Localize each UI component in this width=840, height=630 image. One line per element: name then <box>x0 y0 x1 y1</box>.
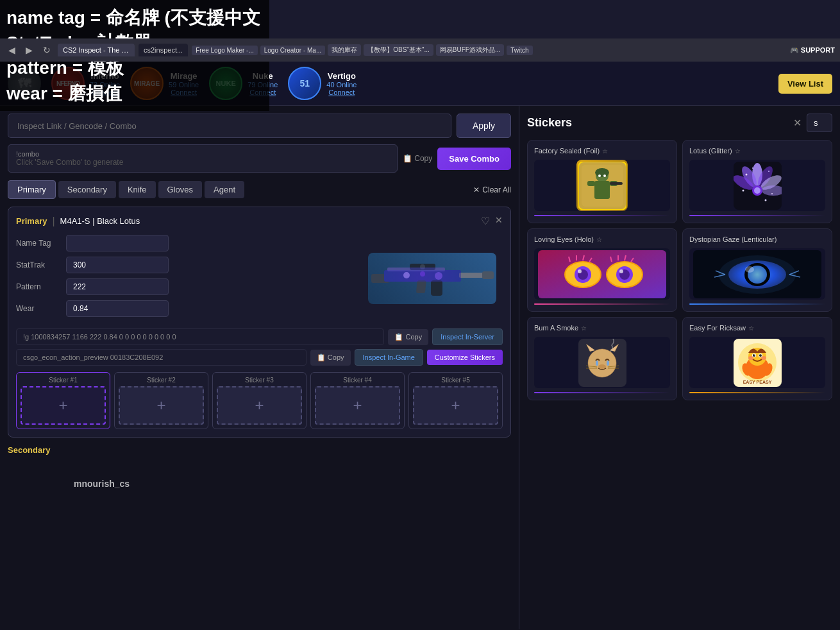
weapon-body: Name Tag StatTrak Pattern Wear <box>16 235 503 322</box>
weapon-preview <box>362 235 503 322</box>
wear-input[interactable] <box>66 300 169 317</box>
sticker-image-bum-smoke <box>534 337 670 388</box>
sticker-card-factory-sealed[interactable]: Factory Sealed (Foil) ☆ <box>527 140 677 223</box>
tab-primary[interactable]: Primary <box>8 180 56 199</box>
name-tag-input[interactable] <box>66 235 169 251</box>
server-connect-vertigo[interactable]: Connect <box>326 89 357 96</box>
sticker-card-lotus[interactable]: Lotus (Glitter) ☆ <box>682 140 832 223</box>
stattrak-row: StatTrak <box>16 257 354 273</box>
sticker-slot-add-5[interactable]: + <box>413 386 498 425</box>
browser-bar: ◀ ▶ ↻ CS2 Inspect - The be... cs2inspect… <box>0 38 840 62</box>
command-text-2: csgo_econ_action_preview 00183C208E092 <box>16 349 307 366</box>
sticker-slots-row: Sticker #1 + Sticker #2 + Sticker #3 + S… <box>16 372 503 429</box>
customize-stickers-button[interactable]: Customize Stickers <box>427 350 503 365</box>
tab-agent[interactable]: Agent <box>205 181 244 198</box>
remove-weapon-icon[interactable]: ✕ <box>495 215 503 227</box>
inspect-server-button[interactable]: Inspect In-Server <box>432 328 503 345</box>
svg-point-78 <box>607 361 609 366</box>
apply-button[interactable]: Apply <box>457 114 511 138</box>
main-content: 🗺 NFERNO Inferno 73 Online Connect MIRAG… <box>0 62 840 630</box>
clear-all-button[interactable]: ✕ Clear All <box>473 185 511 194</box>
sticker-slot-2: Sticker #2 + <box>114 372 208 429</box>
pattern-input[interactable] <box>66 278 169 295</box>
svg-point-35 <box>768 171 769 172</box>
bookmarks-bar: Free Logo Maker -... Logo Creator - Ma..… <box>192 44 786 56</box>
clear-all-label: Clear All <box>482 185 511 194</box>
stickers-header: Stickers ✕ <box>527 114 832 132</box>
combo-copy-link[interactable]: 📋 Copy <box>403 154 432 163</box>
view-list-button[interactable]: View List <box>778 74 832 94</box>
tool-area: Apply !combo Click 'Save Combo' to gener… <box>0 106 840 629</box>
stattrak-label: StatTrak <box>16 260 61 269</box>
stattrak-input[interactable] <box>66 257 169 273</box>
sticker-slot-add-4[interactable]: + <box>315 386 400 425</box>
sticker-slot-label-5: Sticker #5 <box>413 377 498 384</box>
tab-secondary[interactable]: Secondary <box>58 181 116 198</box>
svg-point-92 <box>754 354 755 355</box>
stickers-close-button[interactable]: ✕ <box>793 117 802 129</box>
bookmark-3[interactable]: 我的庫存 <box>328 44 361 56</box>
sticker-slot-add-2[interactable]: + <box>119 386 204 425</box>
back-button[interactable]: ◀ <box>5 44 19 56</box>
svg-point-51 <box>619 269 623 273</box>
bookmark-4[interactable]: 【教學】OBS"基本"... <box>364 44 433 56</box>
combo-placeholder: Click 'Save Combo' to generate <box>16 158 389 167</box>
sticker-card-dystopian[interactable]: Dystopian Gaze (Lenticular) <box>682 228 832 312</box>
active-tab[interactable]: CS2 Inspect - The be... <box>58 44 135 56</box>
bookmark-2[interactable]: Logo Creator - Ma... <box>260 46 325 55</box>
weapon-image <box>368 253 496 304</box>
stickers-title: Stickers <box>527 116 788 130</box>
svg-rect-6 <box>431 280 442 296</box>
loving-eyes-svg <box>534 250 670 298</box>
sticker-slot-label-4: Sticker #4 <box>315 377 400 384</box>
favorite-icon[interactable]: ♡ <box>481 215 490 227</box>
bookmark-6[interactable]: Twitch <box>507 46 532 55</box>
factory-sealed-visual <box>576 160 628 211</box>
bum-smoke-svg <box>578 339 626 387</box>
sticker-slot-label-2: Sticker #2 <box>119 377 204 384</box>
sticker-image-easy-ricksaw: EASY PEASY <box>689 337 825 388</box>
lotus-svg <box>734 162 782 210</box>
command-copy-button-2[interactable]: 📋 Copy <box>310 350 351 366</box>
bookmark-5[interactable]: 网易BUFF游戏外品... <box>436 44 504 56</box>
sticker-search-input[interactable] <box>807 114 832 132</box>
sticker-slot-label-3: Sticker #3 <box>217 377 302 384</box>
svg-point-39 <box>764 199 766 201</box>
star-icon-3: ☆ <box>596 236 602 243</box>
sticker-bottom-bar-3 <box>534 303 670 305</box>
command-copy-button-1[interactable]: 📋 Copy <box>388 329 428 345</box>
tab-knife[interactable]: Knife <box>119 181 156 198</box>
sticker-image-lotus <box>689 160 825 211</box>
svg-rect-10 <box>387 268 445 271</box>
sticker-card-bum-smoke[interactable]: Bum A Smoke ☆ <box>527 317 677 400</box>
name-tag-label: Name Tag <box>16 239 61 248</box>
sticker-slot-add-3[interactable]: + <box>217 386 302 425</box>
wear-label: Wear <box>16 304 61 313</box>
clear-all-x-icon: ✕ <box>473 185 480 194</box>
svg-point-22 <box>603 175 606 177</box>
forward-button[interactable]: ▶ <box>22 44 36 56</box>
inspect-game-button[interactable]: Inspect In-Game <box>355 349 423 366</box>
bookmark-1[interactable]: Free Logo Maker -... <box>192 46 258 55</box>
sticker-name-loving-eyes: Loving Eyes (Holo) ☆ <box>534 235 670 243</box>
svg-point-33 <box>754 187 760 194</box>
svg-point-46 <box>578 269 582 273</box>
inspect-input[interactable] <box>8 114 451 138</box>
svg-point-77 <box>596 361 598 366</box>
primary-weapon-card: Primary | M4A1-S | Black Lotus ♡ ✕ Name … <box>8 207 511 438</box>
save-combo-button[interactable]: Save Combo <box>437 148 511 170</box>
sticker-name-bum-smoke: Bum A Smoke ☆ <box>534 324 670 332</box>
sticker-card-loving-eyes[interactable]: Loving Eyes (Holo) ☆ <box>527 228 677 312</box>
svg-point-13 <box>435 272 442 280</box>
refresh-button[interactable]: ↻ <box>40 44 54 56</box>
combo-label: !combo <box>16 150 389 158</box>
inactive-tab[interactable]: cs2inspect... <box>139 44 188 56</box>
weapon-full-name: M4A1-S | Black Lotus <box>60 216 140 226</box>
sticker-card-easy-ricksaw[interactable]: Easy For Ricksaw ☆ <box>682 317 832 400</box>
tab-gloves[interactable]: Gloves <box>158 181 202 198</box>
sticker-image-dystopian <box>689 248 825 300</box>
svg-point-95 <box>761 356 766 360</box>
factory-sealed-svg <box>578 162 626 210</box>
sticker-slot-add-1[interactable]: + <box>21 386 106 425</box>
support-link[interactable]: 🎮 SUPPORT <box>790 46 835 55</box>
